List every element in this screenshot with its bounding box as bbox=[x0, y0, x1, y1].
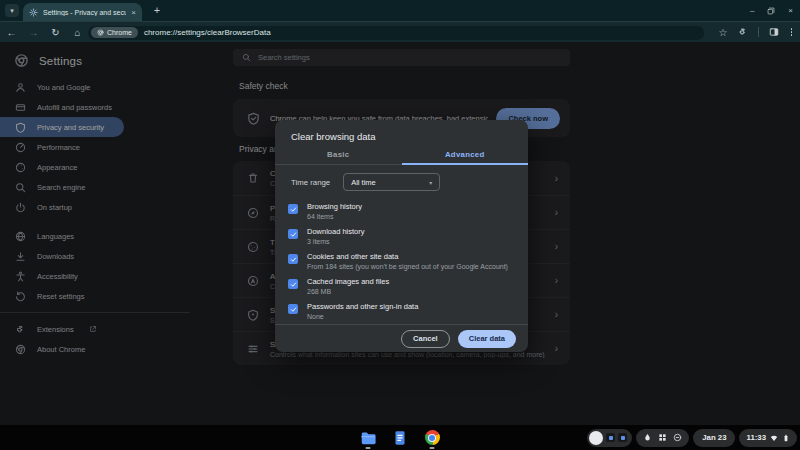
minimize-icon[interactable]: – bbox=[750, 6, 754, 15]
back-button[interactable]: ← bbox=[5, 27, 18, 38]
time-range-value: All time bbox=[351, 178, 376, 187]
clear-data-list: Browsing history 64 items Download histo… bbox=[275, 197, 528, 324]
checkbox-checked[interactable] bbox=[288, 254, 298, 264]
dialog-title: Clear browsing data bbox=[275, 120, 528, 148]
address-bar[interactable]: Chrome chrome://settings/clearBrowserDat… bbox=[88, 26, 704, 41]
browser-toolbar: ← → ↻ ⌂ Chrome chrome://settings/clearBr… bbox=[0, 21, 800, 42]
menu-kebab-icon[interactable] bbox=[789, 26, 795, 38]
avatar bbox=[589, 431, 603, 445]
chromeos-shelf: Jan 23 11:33 bbox=[0, 425, 800, 450]
home-button[interactable]: ⌂ bbox=[71, 27, 84, 38]
dialog-tabs: Basic Advanced bbox=[275, 148, 528, 165]
side-panel-icon[interactable] bbox=[769, 27, 779, 37]
clear-data-button[interactable]: Clear data bbox=[458, 330, 516, 348]
notification-app-icon bbox=[618, 433, 627, 442]
tab-title: Settings - Privacy and security bbox=[43, 9, 126, 16]
time-range-select[interactable]: All time ▾ bbox=[343, 173, 440, 191]
clear-data-item: Browsing history 64 items bbox=[275, 199, 528, 224]
notification-app-icon bbox=[606, 433, 615, 442]
chrome-app-icon[interactable] bbox=[424, 430, 440, 446]
tab-search-button[interactable]: ▾ bbox=[5, 4, 19, 17]
time-range-label: Time range bbox=[291, 178, 330, 187]
browser-tab[interactable]: Settings - Privacy and security × bbox=[23, 3, 142, 21]
check-icon bbox=[290, 256, 297, 263]
checkbox-checked[interactable] bbox=[288, 204, 298, 214]
checkbox-checked[interactable] bbox=[288, 304, 298, 314]
forward-button[interactable]: → bbox=[27, 27, 40, 38]
restore-icon[interactable] bbox=[767, 7, 775, 15]
close-icon[interactable]: × bbox=[788, 6, 793, 15]
apps-grid-icon bbox=[658, 433, 667, 442]
tab-close-icon[interactable]: × bbox=[131, 8, 136, 17]
time-text: 11:33 bbox=[746, 433, 766, 442]
date-text: Jan 23 bbox=[702, 433, 726, 442]
reload-button[interactable]: ↻ bbox=[49, 27, 62, 38]
toolbar-divider bbox=[758, 27, 759, 37]
time-range-row: Time range All time ▾ bbox=[275, 165, 528, 197]
clear-data-item: Cached images and files 268 MB bbox=[275, 274, 528, 299]
chromeos-screen: ▾ Settings - Privacy and security × + – … bbox=[0, 0, 800, 450]
window-controls: – × bbox=[750, 0, 793, 21]
chevron-down-icon: ▾ bbox=[10, 7, 14, 15]
check-icon bbox=[290, 231, 297, 238]
settings-page: Settings You and Google Autofill and pas… bbox=[0, 42, 800, 425]
check-icon bbox=[290, 281, 297, 288]
badge-icon bbox=[673, 433, 682, 442]
notification-cluster[interactable] bbox=[587, 429, 632, 447]
docs-app-icon[interactable] bbox=[392, 430, 408, 446]
date-pill[interactable]: Jan 23 bbox=[693, 429, 735, 447]
dialog-tab[interactable]: Advanced bbox=[402, 148, 529, 165]
droplet-icon bbox=[643, 433, 652, 442]
battery-icon bbox=[782, 434, 790, 442]
clear-data-item: Cookies and other site data From 184 sit… bbox=[275, 249, 528, 274]
status-area: Jan 23 11:33 bbox=[587, 429, 797, 447]
dropdown-arrow-icon: ▾ bbox=[429, 179, 432, 186]
cancel-button[interactable]: Cancel bbox=[401, 330, 450, 348]
wifi-icon bbox=[770, 434, 778, 442]
clear-data-item: Download history 3 items bbox=[275, 224, 528, 249]
check-icon bbox=[290, 306, 297, 313]
gear-icon bbox=[29, 8, 38, 17]
check-icon bbox=[290, 206, 297, 213]
files-app-icon[interactable] bbox=[360, 430, 376, 446]
tray-icons[interactable] bbox=[636, 429, 689, 447]
clear-browsing-data-dialog: Clear browsing data Basic Advanced Time … bbox=[275, 120, 528, 352]
origin-chip[interactable]: Chrome bbox=[91, 27, 138, 38]
clear-data-item: Passwords and other sign-in data None bbox=[275, 299, 528, 324]
origin-chip-label: Chrome bbox=[107, 29, 132, 36]
tab-strip: ▾ Settings - Privacy and security × + – … bbox=[0, 0, 800, 21]
checkbox-checked[interactable] bbox=[288, 229, 298, 239]
url-text: chrome://settings/clearBrowserData bbox=[144, 28, 271, 37]
dialog-footer: Cancel Clear data bbox=[275, 324, 528, 352]
new-tab-button[interactable]: + bbox=[149, 2, 165, 18]
dialog-tab[interactable]: Basic bbox=[275, 148, 402, 165]
checkbox-checked[interactable] bbox=[288, 279, 298, 289]
quick-settings-pill[interactable]: 11:33 bbox=[739, 429, 797, 447]
bookmark-star-icon[interactable]: ☆ bbox=[719, 27, 728, 38]
extensions-icon[interactable] bbox=[738, 27, 748, 37]
chrome-mini-icon bbox=[97, 29, 104, 36]
